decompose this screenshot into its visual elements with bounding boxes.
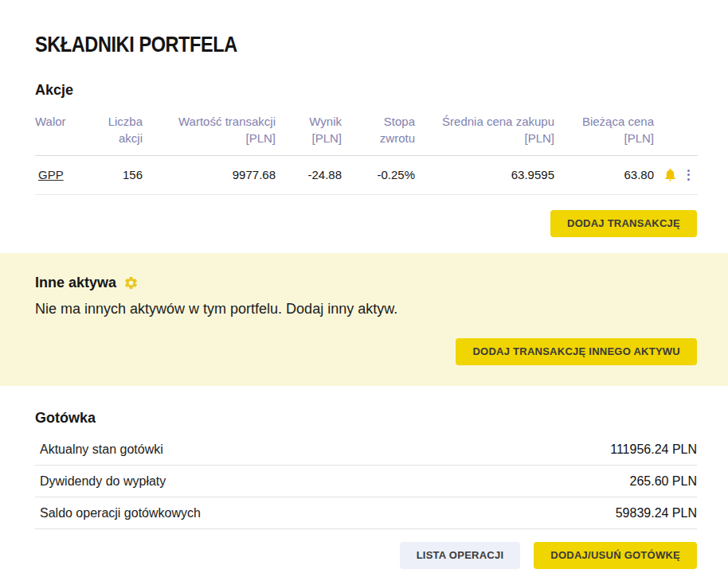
add-transaction-button[interactable]: DODAJ TRANSAKCJĘ: [550, 210, 697, 237]
cell-transaction-value: 9977.68: [143, 156, 276, 195]
cash-row-dividends: Dywidendy do wypłaty 265.60 PLN: [35, 466, 697, 497]
bell-icon[interactable]: [663, 167, 678, 182]
page-title: SKŁADNIKI PORTFELA: [35, 0, 697, 56]
column-header-result: Wynik [PLN]: [276, 107, 342, 156]
portfolio-components-section: SKŁADNIKI PORTFELA Akcje Walor Liczba ak…: [0, 0, 728, 237]
cash-section: Gotówka Aktualny stan gotówki 111956.24 …: [0, 386, 728, 569]
row-actions: [654, 167, 698, 182]
column-header-shares: Liczba akcji: [79, 107, 143, 156]
column-header-avg-buy-price: Średnia cena zakupu [PLN]: [415, 107, 554, 156]
cell-current-price: 63.80: [554, 156, 654, 195]
column-header-walor: Walor: [35, 107, 79, 156]
stocks-heading: Akcje: [35, 82, 697, 99]
stock-link-gpp[interactable]: GPP: [38, 168, 64, 181]
gear-icon[interactable]: [123, 275, 139, 290]
add-remove-cash-button[interactable]: DODAJ/USUŃ GOTÓWKĘ: [534, 542, 697, 569]
stocks-header-row: Walor Liczba akcji Wartość transakcji [P…: [35, 107, 698, 156]
other-assets-heading: Inne aktywa: [35, 275, 116, 291]
cash-row-value: 59839.24 PLN: [616, 506, 697, 520]
column-header-transaction-value: Wartość transakcji [PLN]: [143, 107, 276, 156]
column-header-current-price: Bieżąca cena [PLN]: [554, 107, 654, 156]
cell-avg-buy-price: 63.9595: [415, 156, 554, 195]
column-header-actions: [654, 107, 698, 156]
stock-table-row: GPP 156 9977.68 -24.88 -0.25% 63.9595 63…: [35, 156, 698, 195]
cash-row-label: Saldo operacji gotówkowych: [40, 506, 201, 520]
stocks-table: Walor Liczba akcji Wartość transakcji [P…: [35, 107, 698, 195]
add-other-asset-transaction-button[interactable]: DODAJ TRANSAKCJĘ INNEGO AKTYWU: [456, 338, 697, 365]
cash-heading: Gotówka: [35, 410, 697, 427]
cell-result: -24.88: [276, 156, 342, 195]
cell-shares: 156: [79, 156, 143, 195]
cash-row-label: Aktualny stan gotówki: [40, 442, 163, 457]
other-assets-section: Inne aktywa Nie ma innych aktywów w tym …: [0, 253, 728, 386]
empty-assets-message: Nie ma innych aktywów w tym portfelu. Do…: [35, 300, 697, 318]
kebab-menu-icon[interactable]: [685, 168, 692, 182]
cash-row-label: Dywidendy do wypłaty: [40, 474, 166, 489]
operations-list-button[interactable]: LISTA OPERACJI: [400, 542, 521, 569]
cash-row-value: 265.60 PLN: [629, 474, 697, 489]
column-header-return-rate: Stopa zwrotu: [342, 107, 415, 156]
cell-return-rate: -0.25%: [342, 156, 415, 195]
cash-row-current-balance: Aktualny stan gotówki 111956.24 PLN: [35, 434, 697, 466]
cash-row-operations-balance: Saldo operacji gotówkowych 59839.24 PLN: [35, 497, 697, 529]
cash-list: Aktualny stan gotówki 111956.24 PLN Dywi…: [35, 434, 697, 529]
cash-row-value: 111956.24 PLN: [610, 442, 697, 457]
